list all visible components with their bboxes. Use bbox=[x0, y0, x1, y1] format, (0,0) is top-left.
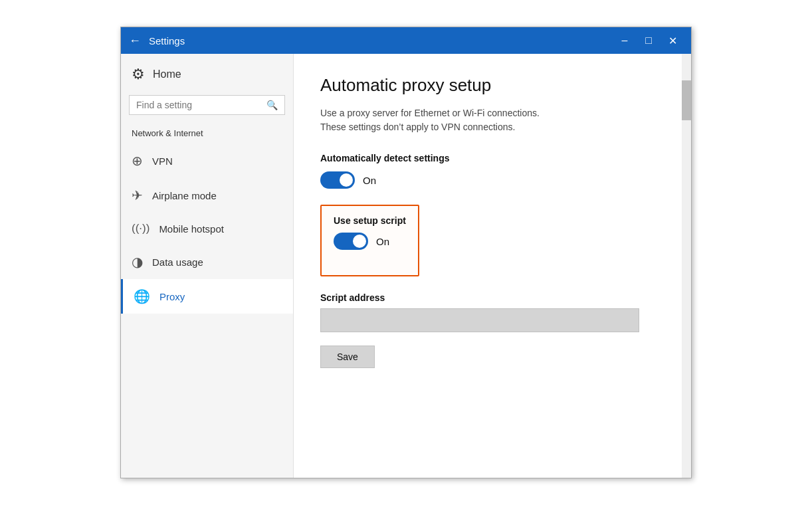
script-address-label: Script address bbox=[320, 292, 655, 303]
back-button[interactable]: ← bbox=[129, 34, 141, 48]
setup-script-toggle[interactable] bbox=[334, 233, 368, 250]
page-description: Use a proxy server for Ethernet or Wi-Fi… bbox=[320, 106, 655, 134]
scrollbar-thumb[interactable] bbox=[682, 80, 691, 120]
sidebar-section-label: Network & Internet bbox=[121, 126, 293, 144]
main-content: ⚙ Home 🔍 Network & Internet ⊕ VPN ✈ Airp… bbox=[121, 54, 691, 478]
setup-script-label: Use setup script bbox=[334, 215, 406, 226]
sidebar: ⚙ Home 🔍 Network & Internet ⊕ VPN ✈ Airp… bbox=[121, 54, 294, 478]
sidebar-item-home[interactable]: ⚙ Home bbox=[121, 54, 293, 95]
airplane-label: Airplane mode bbox=[152, 190, 217, 201]
setup-script-box: Use setup script On bbox=[320, 205, 419, 276]
hotspot-label: Mobile hotspot bbox=[159, 223, 224, 235]
window-title: Settings bbox=[149, 35, 614, 47]
sidebar-item-hotspot[interactable]: ((·)) Mobile hotspot bbox=[121, 213, 293, 245]
minimize-button[interactable]: – bbox=[614, 30, 635, 51]
save-button[interactable]: Save bbox=[320, 346, 375, 368]
airplane-icon: ✈ bbox=[132, 187, 143, 203]
search-input[interactable] bbox=[136, 100, 266, 110]
data-label: Data usage bbox=[152, 256, 203, 268]
auto-detect-label: Automatically detect settings bbox=[320, 153, 655, 163]
close-button[interactable]: ✕ bbox=[662, 30, 683, 51]
data-icon: ◑ bbox=[132, 254, 143, 270]
maximize-button[interactable]: □ bbox=[638, 30, 659, 51]
search-box[interactable]: 🔍 bbox=[129, 95, 285, 115]
window-controls: – □ ✕ bbox=[614, 30, 683, 51]
vpn-label: VPN bbox=[152, 155, 173, 167]
hotspot-icon: ((·)) bbox=[132, 222, 150, 235]
proxy-label: Proxy bbox=[159, 291, 185, 302]
title-bar: ← Settings – □ ✕ bbox=[121, 27, 691, 54]
sidebar-item-proxy[interactable]: 🌐 Proxy bbox=[121, 279, 293, 314]
home-label: Home bbox=[153, 68, 181, 80]
page-title: Automatic proxy setup bbox=[320, 75, 655, 96]
sidebar-item-airplane[interactable]: ✈ Airplane mode bbox=[121, 178, 293, 213]
setup-script-toggle-label: On bbox=[376, 236, 389, 247]
sidebar-item-vpn[interactable]: ⊕ VPN bbox=[121, 144, 293, 178]
search-icon: 🔍 bbox=[266, 100, 278, 110]
home-icon: ⚙ bbox=[132, 66, 145, 83]
settings-window: ← Settings – □ ✕ ⚙ Home 🔍 Network & Inte… bbox=[120, 27, 692, 478]
scrollbar[interactable] bbox=[682, 54, 691, 478]
sidebar-item-data[interactable]: ◑ Data usage bbox=[121, 245, 293, 279]
auto-detect-toggle[interactable] bbox=[320, 171, 355, 189]
right-panel: Automatic proxy setup Use a proxy server… bbox=[294, 54, 682, 478]
script-address-input[interactable] bbox=[320, 308, 639, 332]
auto-detect-toggle-row: On bbox=[320, 171, 655, 189]
proxy-icon: 🌐 bbox=[134, 288, 150, 304]
vpn-icon: ⊕ bbox=[132, 153, 143, 169]
auto-detect-toggle-label: On bbox=[363, 175, 376, 186]
setup-script-toggle-row: On bbox=[334, 233, 406, 250]
